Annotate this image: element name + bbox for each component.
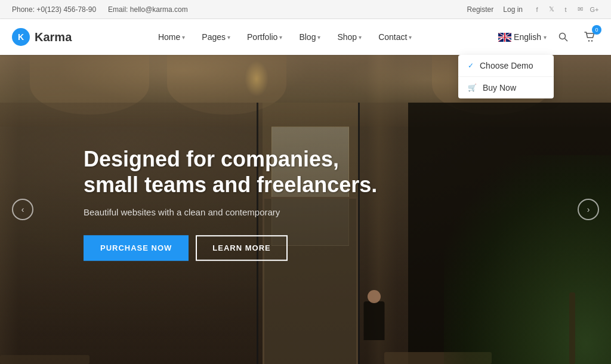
nav-item-shop[interactable]: Shop ▾	[330, 27, 369, 47]
right-dark	[408, 103, 611, 364]
lang-chevron-icon: ▾	[544, 34, 547, 41]
table1	[384, 352, 492, 364]
language-selector[interactable]: English ▾	[498, 32, 547, 42]
learn-more-button[interactable]: LEARN MORE	[196, 236, 287, 261]
email-icon[interactable]: ✉	[575, 5, 585, 14]
nav-item-home[interactable]: Home ▾	[151, 27, 192, 47]
cart-count: 0	[592, 25, 601, 35]
tumblr-icon[interactable]: t	[561, 5, 570, 14]
hero-section: Designed for companies,small teams and f…	[0, 55, 611, 364]
logo-text: Karma	[35, 30, 72, 44]
chevron-down-icon: ▾	[279, 34, 282, 41]
svg-rect-8	[498, 37, 511, 38]
dropdown-menu: ✓ Choose Demo 🛒 Buy Now	[458, 55, 554, 98]
chevron-down-icon: ▾	[227, 34, 230, 41]
googleplus-icon[interactable]: G+	[590, 5, 599, 14]
logo-icon: K	[12, 28, 30, 46]
person-figure	[357, 286, 390, 340]
cart-small-icon: 🛒	[468, 84, 477, 92]
svg-line-10	[565, 39, 568, 42]
nav-item-blog[interactable]: Blog ▾	[292, 27, 328, 47]
logo[interactable]: K Karma	[12, 28, 72, 46]
chevron-left-icon: ‹	[21, 205, 24, 214]
nav-right: English ▾ 0	[498, 27, 599, 47]
chevron-down-icon: ▾	[359, 34, 362, 41]
hero-content: Designed for companies,small teams and f…	[84, 146, 377, 261]
buy-now-item[interactable]: 🛒 Buy Now	[458, 77, 554, 98]
twitter-icon[interactable]: 𝕏	[547, 5, 556, 14]
hero-subtitle: Beautiful websites with a clean and cont…	[84, 208, 377, 218]
top-bar-left: Phone: +0(123) 456-78-90 Email: hello@ka…	[12, 5, 188, 14]
plant-stem	[569, 292, 575, 364]
social-icons: f 𝕏 t ✉ G+	[532, 5, 599, 14]
svg-point-11	[588, 40, 590, 41]
nav-menu: Home ▾ Pages ▾ Portfolio ▾ Blog ▾ Shop ▾…	[151, 27, 419, 47]
flag-icon	[498, 33, 511, 42]
person-head	[368, 290, 381, 303]
search-icon	[558, 32, 568, 42]
choose-demo-label: Choose Demo	[480, 61, 533, 70]
chevron-down-icon: ▾	[317, 34, 320, 41]
lang-label: English	[514, 32, 541, 42]
slider-next-button[interactable]: ›	[578, 199, 599, 220]
nav-item-portfolio[interactable]: Portfolio ▾	[240, 27, 289, 47]
buy-now-label: Buy Now	[483, 83, 516, 92]
register-link[interactable]: Register	[467, 5, 494, 14]
chevron-right-icon: ›	[587, 205, 590, 214]
chandelier	[245, 61, 269, 97]
email-info: Email: hello@karma.com	[108, 5, 188, 14]
login-link[interactable]: Log in	[503, 5, 523, 14]
phone-info: Phone: +0(123) 456-78-90	[12, 5, 96, 14]
table2	[0, 355, 90, 364]
svg-point-9	[560, 33, 566, 39]
facebook-icon[interactable]: f	[532, 5, 542, 14]
purchase-now-button[interactable]: PURCHASE NOW	[84, 236, 189, 261]
person-torso	[363, 301, 384, 340]
nav-item-contact[interactable]: Contact ▾	[371, 27, 419, 47]
chevron-down-icon: ▾	[182, 34, 185, 41]
hero-buttons: PURCHASE NOW LEARN MORE	[84, 236, 377, 261]
nav-item-pages[interactable]: Pages ▾	[195, 27, 237, 47]
hero-title: Designed for companies,small teams and f…	[84, 146, 377, 198]
cart-button[interactable]: 0	[580, 27, 599, 47]
slider-prev-button[interactable]: ‹	[12, 199, 33, 220]
arch1	[30, 55, 149, 115]
svg-point-12	[591, 40, 593, 41]
plant	[444, 155, 611, 364]
check-icon: ✓	[468, 61, 474, 70]
top-bar: Phone: +0(123) 456-78-90 Email: hello@ka…	[0, 0, 611, 19]
main-navigation: K Karma Home ▾ Pages ▾ Portfolio ▾ Blog …	[0, 19, 611, 55]
arch2	[167, 55, 286, 115]
search-button[interactable]	[554, 27, 573, 47]
top-bar-right: Register Log in f 𝕏 t ✉ G+	[467, 5, 599, 14]
choose-demo-item[interactable]: ✓ Choose Demo	[458, 55, 554, 77]
plant-leaves	[444, 155, 611, 364]
chevron-down-icon: ▾	[409, 34, 412, 41]
